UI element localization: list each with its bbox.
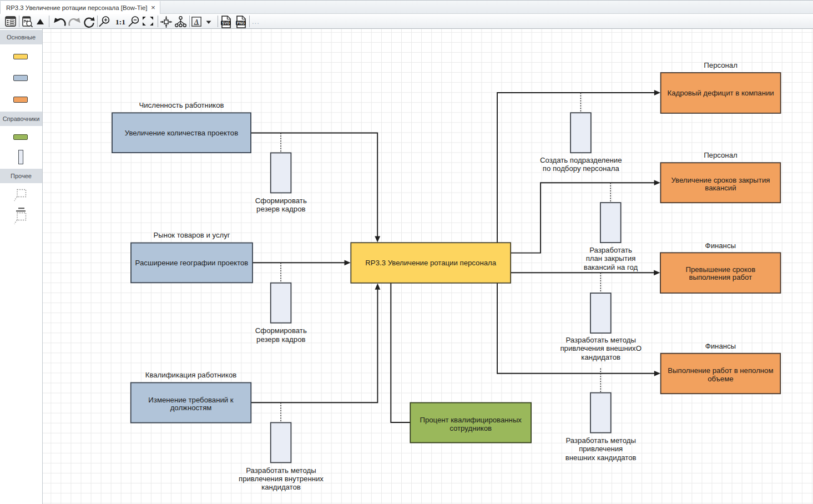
svg-text:Рынок товаров и услуг: Рынок товаров и услуг <box>153 231 230 239</box>
svg-text:вакансий: вакансий <box>705 184 736 192</box>
svg-text:Персонал: Персонал <box>704 61 738 69</box>
svg-text:Сформировать: Сформировать <box>255 196 307 205</box>
svg-text:кандидатов: кандидатов <box>261 483 301 491</box>
svg-text:Изменение требований к: Изменение требований к <box>148 396 234 404</box>
svg-text:Увеличение сроков закрытия: Увеличение сроков закрытия <box>671 176 770 184</box>
svg-text:Создать подразделение: Создать подразделение <box>540 156 622 164</box>
svg-text:по подбору персонала: по подбору персонала <box>543 164 620 173</box>
svg-text:1:1: 1:1 <box>115 18 125 26</box>
svg-text:RP3.3 Увеличение ротации персо: RP3.3 Увеличение ротации персонала <box>365 259 496 267</box>
svg-text:Процент квалифицированных: Процент квалифицированных <box>420 416 522 424</box>
svg-text:SVG: SVG <box>222 21 230 25</box>
svg-text:Разработать методы: Разработать методы <box>246 466 316 475</box>
svg-text:резерв кадров: резерв кадров <box>256 335 305 344</box>
svg-text:привлечения: привлечения <box>579 445 623 453</box>
svg-text:объеме: объеме <box>708 375 733 383</box>
svg-text:Разработать методы: Разработать методы <box>565 436 635 445</box>
svg-text:Сформировать: Сформировать <box>255 326 307 335</box>
svg-text:Финансы: Финансы <box>705 241 736 250</box>
svg-text:внешних кандидатов: внешних кандидатов <box>565 453 637 462</box>
svg-text:...: ... <box>252 17 260 26</box>
svg-text:Кадровый дефицит в компании: Кадровый дефицит в компании <box>667 89 774 97</box>
svg-text:A: A <box>194 18 199 25</box>
svg-text:Выполнение работ в неполном: Выполнение работ в неполном <box>668 366 773 375</box>
svg-text:план закрытия: план закрытия <box>586 254 636 263</box>
svg-text:должностям: должностям <box>170 404 212 412</box>
svg-text:сотрудников: сотрудников <box>450 424 492 432</box>
svg-text:привлечения внешнихО: привлечения внешнихО <box>560 344 642 352</box>
svg-text:Расширение географии проектов: Расширение географии проектов <box>135 259 249 267</box>
svg-text:резерв кадров: резерв кадров <box>256 205 305 213</box>
svg-text:вакансий на год: вакансий на год <box>584 263 638 271</box>
svg-text:Разработать: Разработать <box>589 246 632 254</box>
svg-text:Увеличение количества проектов: Увеличение количества проектов <box>125 129 238 137</box>
svg-text:PNG: PNG <box>237 21 245 25</box>
svg-text:привлечения внутренних: привлечения внутренних <box>239 475 324 483</box>
svg-text:выполнения работ: выполнения работ <box>689 273 752 281</box>
svg-text:Численность работников: Численность работников <box>139 101 224 109</box>
svg-text:Квалификация работников: Квалификация работников <box>145 371 236 379</box>
svg-text:Финансы: Финансы <box>705 342 736 350</box>
svg-text:Персонал: Персонал <box>704 151 738 159</box>
svg-text:кандидатов: кандидатов <box>581 353 620 361</box>
svg-text:Разработать методы: Разработать методы <box>565 336 635 344</box>
svg-text:Превышение сроков: Превышение сроков <box>685 265 755 274</box>
